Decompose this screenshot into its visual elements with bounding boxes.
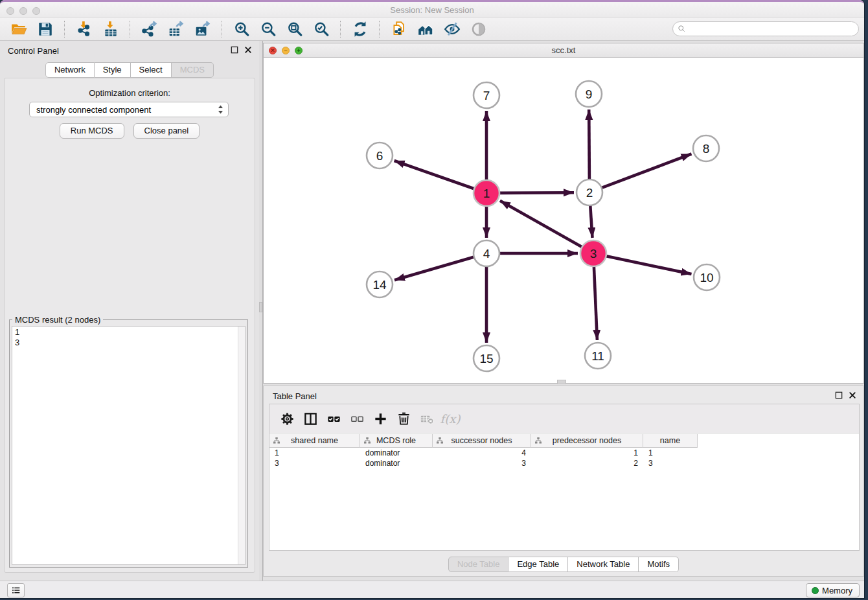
close-win-icon (848, 391, 857, 400)
settings-gear-button[interactable] (276, 408, 298, 430)
tab-node-table[interactable]: Node Table (448, 557, 509, 572)
hide-selected-button[interactable] (442, 19, 462, 39)
close-panel-icon[interactable] (848, 391, 857, 400)
zoom-out-button[interactable] (258, 19, 278, 39)
toggle-columns-button[interactable] (299, 408, 321, 430)
graph-edge-3-11[interactable] (594, 265, 597, 340)
select-all-button[interactable] (323, 408, 345, 430)
add-column-button[interactable] (369, 408, 391, 430)
float-panel-icon[interactable] (834, 391, 843, 400)
memory-button[interactable]: Memory (806, 583, 860, 597)
table-cell[interactable]: 3 (269, 458, 360, 468)
tab-style[interactable]: Style (95, 62, 131, 78)
zoom-selected-button[interactable] (311, 19, 331, 39)
float-panel-icon[interactable] (230, 45, 239, 54)
vertical-splitter-handle[interactable] (259, 302, 262, 312)
graph-edge-1-6[interactable] (394, 161, 475, 189)
graph-node-2[interactable]: 2 (577, 179, 602, 205)
column-header-MCDS-role[interactable]: MCDS role (360, 434, 433, 448)
run-mcds-button[interactable]: Run MCDS (60, 123, 124, 139)
optimization-criterion-label: Optimization criterion: (5, 88, 255, 98)
save-session-icon (37, 21, 54, 38)
table-row[interactable]: 1dominator411 (269, 448, 859, 458)
titlebar[interactable]: Session: New Session (0, 0, 864, 17)
column-header-name[interactable]: name (643, 434, 698, 448)
close-panel-button[interactable]: Close panel (133, 123, 200, 139)
zoom-fit-button[interactable] (284, 19, 304, 39)
graph-node-1[interactable]: 1 (474, 180, 499, 206)
optimization-select[interactable]: strongly connected component (29, 102, 229, 117)
column-header-shared-name[interactable]: shared name (269, 434, 360, 448)
tab-mcds[interactable]: MCDS (172, 62, 214, 78)
column-header-predecessor-nodes[interactable]: predecessor nodes (531, 434, 643, 448)
table-cell[interactable]: 1 (643, 448, 698, 458)
search-box[interactable] (672, 21, 859, 36)
network-canvas[interactable]: 7968124314101511 (264, 58, 863, 383)
hierarchy-icon (363, 437, 371, 444)
control-panel: Control Panel NetworkStyleSelectMCDS Opt… (0, 41, 259, 581)
import-table-button[interactable] (100, 19, 120, 39)
graph-node-7[interactable]: 7 (474, 82, 499, 108)
graph-node-9[interactable]: 9 (576, 81, 602, 107)
show-hidden-button[interactable] (468, 19, 488, 39)
table-cell[interactable]: dominator (360, 458, 433, 468)
task-history-button[interactable] (7, 583, 25, 597)
close-panel-icon[interactable] (244, 45, 253, 54)
graph-node-6[interactable]: 6 (367, 143, 393, 168)
graph-node-3[interactable]: 3 (580, 240, 606, 266)
zoom-in-button[interactable] (231, 19, 251, 39)
export-network-icon (141, 21, 158, 38)
table-cell[interactable]: 2 (531, 458, 643, 468)
column-header-successor-nodes[interactable]: successor nodes (433, 434, 531, 448)
mcds-result-textarea[interactable]: 1 3 (12, 326, 246, 565)
graph-node-4[interactable]: 4 (474, 240, 499, 266)
graph-node-11[interactable]: 11 (585, 343, 611, 369)
float-win-icon (834, 391, 843, 400)
graph-edge-2-8[interactable] (600, 154, 692, 189)
graph-node-15[interactable]: 15 (474, 345, 499, 371)
table-panel-tabs: Node TableEdge TableNetwork TableMotifs (264, 557, 863, 572)
save-session-button[interactable] (35, 19, 55, 39)
graph-edge-2-9[interactable] (589, 110, 589, 181)
network-graph[interactable]: 7968124314101511 (264, 58, 863, 384)
graph-edge-3-1[interactable] (500, 201, 583, 248)
table-cell[interactable]: dominator (360, 448, 433, 458)
table-cell[interactable]: 3 (643, 458, 698, 468)
tab-network-table[interactable]: Network Table (568, 557, 639, 572)
table-cell[interactable]: 1 (269, 448, 360, 458)
graph-edge-1-2[interactable] (498, 192, 574, 193)
export-image-icon (194, 21, 211, 38)
tab-motifs[interactable]: Motifs (639, 557, 679, 572)
svg-text:2: 2 (586, 186, 593, 200)
toolbar-separator (379, 21, 380, 38)
refresh-layout-button[interactable] (350, 19, 370, 39)
horizontal-splitter-handle[interactable] (557, 380, 566, 384)
graph-node-8[interactable]: 8 (693, 135, 719, 161)
export-network-button[interactable] (139, 19, 159, 39)
graph-edge-2-3[interactable] (590, 204, 592, 238)
graph-edge-3-10[interactable] (605, 256, 692, 274)
table-row[interactable]: 3dominator323 (269, 458, 859, 468)
graph-node-10[interactable]: 10 (694, 264, 720, 290)
network-view-titlebar[interactable]: ✕ – + scc.txt (264, 43, 863, 58)
graph-node-14[interactable]: 14 (367, 271, 393, 297)
tab-select[interactable]: Select (131, 62, 172, 78)
delete-columns-button[interactable] (393, 408, 415, 430)
table-cell[interactable]: 3 (433, 458, 531, 468)
search-input[interactable] (689, 24, 854, 34)
table-cell[interactable]: 1 (531, 448, 643, 458)
svg-text:4: 4 (483, 247, 490, 260)
export-table-button[interactable] (166, 19, 186, 39)
table-cell[interactable]: 4 (433, 448, 531, 458)
tab-edge-table[interactable]: Edge Table (508, 557, 568, 572)
open-file-button[interactable] (8, 19, 29, 39)
export-image-button[interactable] (192, 19, 212, 39)
first-neighbors-button[interactable] (415, 19, 435, 39)
result-scrollbar[interactable] (238, 327, 245, 564)
duplicate-network-button[interactable] (389, 19, 409, 39)
graph-edge-4-14[interactable] (394, 257, 475, 280)
deselect-all-button[interactable] (346, 408, 368, 430)
import-network-button[interactable] (74, 19, 94, 39)
tab-network[interactable]: Network (45, 62, 95, 78)
svg-text:11: 11 (591, 349, 604, 363)
